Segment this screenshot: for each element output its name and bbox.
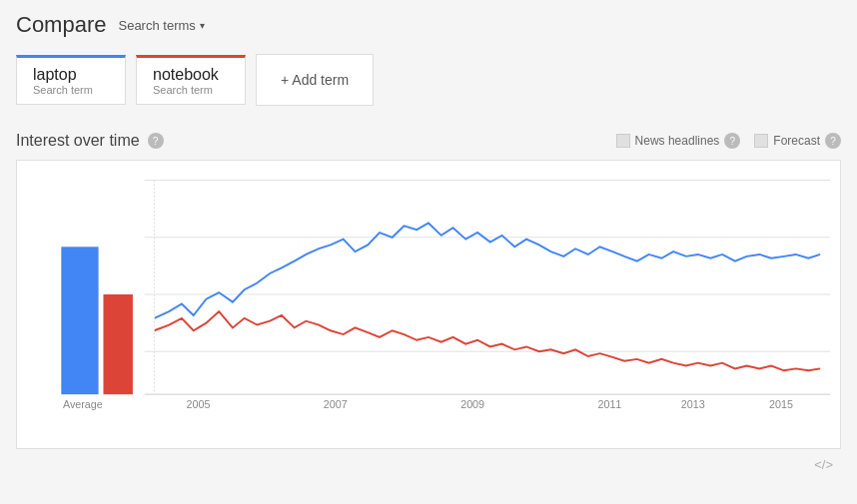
term-chip-notebook[interactable]: notebook Search term [136,55,246,105]
term-label-laptop: Search term [33,84,109,96]
svg-text:2011: 2011 [597,399,621,411]
interest-title-group: Interest over time ? [16,132,164,150]
line-notebook [154,311,820,370]
interest-chart: Average 2005 2007 2009 2011 2013 2015 [27,171,830,418]
term-label-notebook: Search term [153,84,229,96]
add-term-label: + Add term [281,72,349,88]
svg-text:2015: 2015 [769,399,793,411]
svg-text:2007: 2007 [324,399,348,411]
svg-text:2005: 2005 [187,399,211,411]
term-name-notebook: notebook [153,66,229,84]
forecast-help-icon[interactable]: ? [825,133,841,149]
legend-forecast: Forecast ? [754,133,841,149]
term-name-laptop: laptop [33,66,109,84]
legend-group: News headlines ? Forecast ? [616,133,841,149]
svg-text:2009: 2009 [460,399,484,411]
interest-section: Interest over time ? News headlines ? Fo… [0,122,857,484]
page-title: Compare [16,12,106,38]
legend-news-label: News headlines [635,134,720,148]
bar-notebook [103,294,132,394]
legend-news-box [616,134,630,148]
interest-header: Interest over time ? News headlines ? Fo… [16,132,841,150]
legend-forecast-label: Forecast [773,134,820,148]
svg-text:2013: 2013 [681,399,705,411]
chart-container: Average 2005 2007 2009 2011 2013 2015 [16,160,841,449]
add-term-button[interactable]: + Add term [256,54,374,106]
legend-forecast-box [754,134,768,148]
terms-row: laptop Search term notebook Search term … [0,46,857,122]
chevron-down-icon: ▾ [200,20,205,31]
news-help-icon[interactable]: ? [724,133,740,149]
term-chip-laptop[interactable]: laptop Search term [16,55,126,105]
interest-over-time-title: Interest over time [16,132,140,150]
svg-text:Average: Average [63,399,103,411]
embed-button[interactable]: </> [16,457,841,476]
interest-help-icon[interactable]: ? [148,133,164,149]
legend-news: News headlines ? [616,133,741,149]
search-terms-dropdown[interactable]: Search terms ▾ [118,18,204,33]
dropdown-label: Search terms [118,18,195,33]
bar-laptop [61,247,98,394]
